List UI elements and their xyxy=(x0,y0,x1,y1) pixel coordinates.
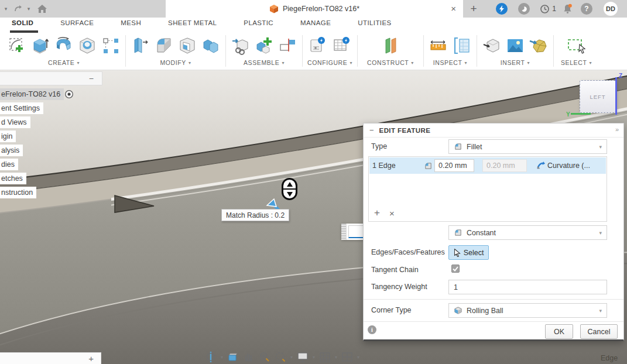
revolve-icon[interactable] xyxy=(54,35,74,57)
combine-icon[interactable] xyxy=(201,35,221,57)
edge-selection-list[interactable]: 1 Edge 0.20 mm 0.20 mm Curvature (... + … xyxy=(368,156,607,222)
dialog-dock-icon[interactable]: » xyxy=(615,126,619,133)
document-tab[interactable]: PiegeFrelon-TO82 v16* × xyxy=(166,0,463,18)
dialog-header[interactable]: − EDIT FEATURE » xyxy=(364,123,623,138)
help-icon[interactable]: ? xyxy=(580,0,593,18)
job-status-icon[interactable] xyxy=(518,0,530,18)
pan-tool-icon[interactable] xyxy=(242,351,255,363)
section-analysis-icon[interactable] xyxy=(452,35,472,57)
corner-type-dropdown[interactable]: Rolling Ball ▾ xyxy=(448,303,607,318)
viewports-icon[interactable] xyxy=(341,351,354,363)
edge-row-selected[interactable]: 1 Edge 0.20 mm 0.20 mm Curvature (... xyxy=(369,157,606,174)
tangent-chain-checkbox[interactable] xyxy=(451,265,460,273)
configuration-icon[interactable] xyxy=(309,35,328,57)
shell-icon[interactable] xyxy=(177,35,197,57)
orbit-menu-caret[interactable]: ▾ xyxy=(221,355,223,360)
window-zoom-menu-caret[interactable]: ▾ xyxy=(290,355,293,360)
tab-utilities[interactable]: UTILITIES xyxy=(358,19,391,32)
look-at-tool-icon[interactable] xyxy=(227,351,239,363)
grid-settings-icon[interactable] xyxy=(318,351,331,363)
window-zoom-tool-icon[interactable] xyxy=(274,351,287,363)
configuration-table-icon[interactable] xyxy=(332,35,352,57)
chevron-down-icon: ▾ xyxy=(599,230,602,236)
redo-menu-caret[interactable]: ▾ xyxy=(25,0,33,18)
new-component-icon[interactable] xyxy=(231,35,251,57)
select-button[interactable]: Select xyxy=(448,245,489,260)
rectangular-pattern-icon[interactable] xyxy=(101,35,121,57)
display-menu-caret[interactable]: ▾ xyxy=(313,355,315,360)
radius-type-dropdown[interactable]: Constant ▾ xyxy=(448,225,607,240)
joint-icon[interactable] xyxy=(254,35,274,57)
info-icon[interactable]: i xyxy=(368,325,376,334)
zoom-tool-icon[interactable] xyxy=(258,351,271,363)
construction-plane-icon[interactable] xyxy=(381,35,400,57)
press-pull-icon[interactable] xyxy=(131,35,150,57)
ribbon: SOLID SURFACE MESH SHEET METAL PLASTIC M… xyxy=(0,18,627,70)
notifications-bell-icon[interactable] xyxy=(561,0,574,18)
measure-icon[interactable] xyxy=(429,35,448,57)
radius-drag-handle[interactable] xyxy=(282,178,297,200)
user-avatar[interactable]: DD xyxy=(603,0,618,18)
assemble-dropdown[interactable]: ASSEMBLE▾ xyxy=(244,59,285,66)
visibility-icon[interactable] xyxy=(64,90,74,101)
hole-icon[interactable] xyxy=(77,35,97,57)
z-axis-line xyxy=(615,77,617,115)
tab-mesh[interactable]: MESH xyxy=(121,19,141,32)
timeline-add-icon[interactable]: + xyxy=(88,353,94,363)
home-icon[interactable] xyxy=(35,0,49,18)
grid-menu-caret[interactable]: ▾ xyxy=(335,355,337,360)
new-tab-icon[interactable]: + xyxy=(467,0,480,18)
add-edge-icon[interactable]: + xyxy=(374,208,380,218)
edge-radius-field[interactable]: 0.20 mm xyxy=(434,159,474,172)
canvas-icon[interactable] xyxy=(505,35,525,57)
remove-edge-icon[interactable]: × xyxy=(389,209,395,218)
cancel-button[interactable]: Cancel xyxy=(580,324,618,339)
browser-item-named-views[interactable]: d Views xyxy=(0,116,30,128)
tangency-weight-input[interactable]: 1 xyxy=(448,280,607,294)
continuity-label: Curvature (... xyxy=(547,162,590,170)
browser-item-sketches[interactable]: etches xyxy=(0,173,26,184)
create-dropdown[interactable]: CREATE▾ xyxy=(48,59,80,66)
redo-icon[interactable] xyxy=(13,0,25,18)
modify-dropdown[interactable]: MODIFY▾ xyxy=(160,59,191,66)
configure-dropdown[interactable]: CONFIGURE▾ xyxy=(307,59,352,66)
tangency-weight-label: Tangency Weight xyxy=(371,283,427,291)
match-radius-tooltip: Match Radius : 0.2 xyxy=(221,209,289,221)
browser-item-document-settings[interactable]: ent Settings xyxy=(0,102,43,114)
browser-item-construction[interactable]: nstruction xyxy=(0,187,36,198)
tab-manage[interactable]: MANAGE xyxy=(300,19,331,32)
browser-item-document-root[interactable]: eFrelon-TO82 v16 xyxy=(0,88,64,100)
ok-button[interactable]: OK xyxy=(545,324,573,339)
tab-surface[interactable]: SURFACE xyxy=(60,19,94,32)
browser-item-origin[interactable]: igin xyxy=(0,131,16,142)
inspect-dropdown[interactable]: INSPECT▾ xyxy=(433,59,467,66)
tab-close-icon[interactable]: × xyxy=(451,4,456,13)
document-title: PiegeFrelon-TO82 v16* xyxy=(283,5,359,13)
group-configure: CONFIGURE▾ xyxy=(304,33,356,69)
widget-drag-grip[interactable] xyxy=(341,224,347,240)
joint-origin-icon[interactable] xyxy=(277,35,297,57)
tab-sheet-metal[interactable]: SHEET METAL xyxy=(168,19,217,32)
extensions-icon[interactable] xyxy=(495,0,508,18)
select-window-icon[interactable] xyxy=(567,35,587,57)
insert-mesh-icon[interactable] xyxy=(529,35,549,57)
history-clock-icon[interactable]: 1 xyxy=(537,0,559,18)
select-dropdown[interactable]: SELECT▾ xyxy=(561,59,592,66)
type-dropdown[interactable]: Fillet ▾ xyxy=(448,139,607,154)
construct-dropdown[interactable]: CONSTRUCT▾ xyxy=(367,59,414,66)
view-cube[interactable]: LEFT Z Y xyxy=(580,80,616,113)
display-settings-icon[interactable] xyxy=(296,351,309,363)
browser-minimize-icon[interactable]: − xyxy=(89,74,94,83)
insert-dropdown[interactable]: INSERT▾ xyxy=(501,59,530,66)
fillet-icon[interactable] xyxy=(154,35,174,57)
extrude-icon[interactable] xyxy=(30,35,50,57)
viewports-menu-caret[interactable]: ▾ xyxy=(357,355,359,360)
browser-item-analysis[interactable]: alysis xyxy=(0,145,23,156)
browser-item-bodies[interactable]: dies xyxy=(0,159,18,170)
dialog-collapse-icon[interactable]: − xyxy=(369,126,374,135)
create-sketch-icon[interactable] xyxy=(7,35,27,57)
insert-derive-icon[interactable] xyxy=(482,35,502,57)
orbit-tool-icon[interactable] xyxy=(204,351,217,363)
tab-plastic[interactable]: PLASTIC xyxy=(244,19,273,32)
undo-menu-caret[interactable]: ▾ xyxy=(1,0,11,18)
